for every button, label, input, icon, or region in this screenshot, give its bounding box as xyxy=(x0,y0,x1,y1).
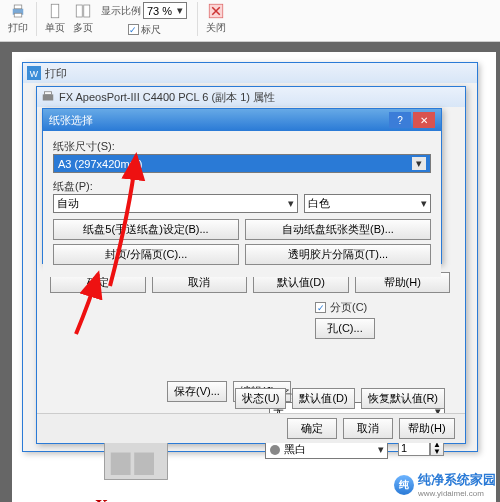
tray-value: 自动 xyxy=(57,196,79,211)
watermark-logo-icon: 纯 xyxy=(394,475,414,495)
paper-size-label: 纸张尺寸(S): xyxy=(53,139,425,154)
options-panel: ✓ 分页(C) 孔(C)... xyxy=(315,297,445,342)
single-page-icon xyxy=(46,2,64,20)
svg-point-11 xyxy=(270,445,280,455)
restore-defaults-button[interactable]: 恢复默认值(R) xyxy=(361,388,445,409)
print-label: 打印 xyxy=(8,21,28,35)
color-icon xyxy=(269,444,281,456)
svg-rect-10 xyxy=(45,92,52,95)
tray-color-value: 白色 xyxy=(308,196,330,211)
close-titlebar-button[interactable]: ✕ xyxy=(413,112,435,128)
properties-titlebar[interactable]: FX ApeosPort-III C4400 PCL 6 (副本 1) 属性 xyxy=(37,87,465,107)
zoom-label: 显示比例 xyxy=(101,4,141,18)
multi-page-button[interactable]: 多页 xyxy=(69,2,97,35)
properties-dialog-buttons: 确定 取消 帮助(H) xyxy=(37,413,465,443)
svg-rect-15 xyxy=(134,453,154,476)
tray-color-select[interactable]: 白色 ▾ xyxy=(304,194,431,213)
chevron-down-icon: ▾ xyxy=(412,157,426,170)
zoom-value: 73 % xyxy=(147,5,172,17)
status-button[interactable]: 状态(U) xyxy=(235,388,286,409)
chevron-down-icon: ▾ xyxy=(421,197,427,210)
close-icon xyxy=(207,2,225,20)
app-icon: W xyxy=(27,66,41,80)
close-preview-button[interactable]: 关闭 xyxy=(202,2,230,35)
watermark: 纯 纯净系统家园 www.yidaimei.com xyxy=(394,471,496,498)
svg-rect-5 xyxy=(84,5,90,17)
watermark-brand: 纯净系统家园 xyxy=(418,471,496,489)
paper-dialog-title: 纸张选择 xyxy=(49,113,93,128)
tray5-settings-button[interactable]: 纸盘5(手送纸盘)设定(B)... xyxy=(53,219,239,240)
svg-rect-2 xyxy=(14,13,22,17)
print-dialog-titlebar[interactable]: W 打印 xyxy=(23,63,477,83)
tray-select[interactable]: 自动 ▾ xyxy=(53,194,298,213)
collate-label: 分页(C) xyxy=(330,300,367,315)
cover-separator-button[interactable]: 封页/分隔页(C)... xyxy=(53,244,239,265)
multi-page-icon xyxy=(74,2,92,20)
printer-icon xyxy=(9,2,27,20)
tray-label: 纸盘(P): xyxy=(53,179,425,194)
chevron-down-icon: ▾ xyxy=(288,197,294,210)
svg-rect-14 xyxy=(111,453,131,476)
collate-checkbox[interactable]: ✓ xyxy=(315,302,326,313)
svg-rect-3 xyxy=(51,4,59,18)
paper-size-value: A3 (297x420mm) xyxy=(58,158,142,170)
properties-title: FX ApeosPort-III C4400 PCL 6 (副本 1) 属性 xyxy=(59,90,275,105)
svg-text:W: W xyxy=(30,69,39,79)
ribbon-toolbar: 打印 单页 多页 显示比例 73 % ▾ ✓ 标尺 关闭 xyxy=(0,0,500,42)
svg-rect-9 xyxy=(43,94,54,100)
printer-props-icon xyxy=(41,90,55,104)
help-titlebar-button[interactable]: ? xyxy=(389,112,411,128)
single-page-label: 单页 xyxy=(45,21,65,35)
paper-size-select[interactable]: A3 (297x420mm) ▾ xyxy=(53,154,431,173)
ruler-label: 标尺 xyxy=(141,23,161,37)
watermark-url: www.yidaimei.com xyxy=(418,489,496,498)
xerox-x-icon: X xyxy=(95,497,108,502)
ok-button[interactable]: 确定 xyxy=(287,418,337,439)
chevron-down-icon: ▾ xyxy=(378,443,384,456)
help-button[interactable]: 帮助(H) xyxy=(399,418,455,439)
svg-rect-4 xyxy=(76,5,82,17)
zoom-select[interactable]: 73 % ▾ xyxy=(143,2,187,19)
print-dialog-title: 打印 xyxy=(45,66,67,81)
single-page-button[interactable]: 单页 xyxy=(41,2,69,35)
svg-rect-1 xyxy=(14,5,22,9)
paper-selection-dialog: 纸张选择 ? ✕ 纸张尺寸(S): A3 (297x420mm) ▾ 纸盘(P)… xyxy=(42,108,442,264)
properties-action-row: 状态(U) 默认值(D) 恢复默认值(R) xyxy=(87,388,445,409)
cancel-button[interactable]: 取消 xyxy=(343,418,393,439)
color-value: 黑白 xyxy=(284,442,306,457)
xerox-logo: X FUJI XEROX xyxy=(95,497,158,502)
auto-tray-type-button[interactable]: 自动纸盘纸张类型(B)... xyxy=(245,219,431,240)
divider xyxy=(36,2,37,36)
close-label: 关闭 xyxy=(206,21,226,35)
ohp-separator-button[interactable]: 透明胶片分隔页(T)... xyxy=(245,244,431,265)
defaults-button[interactable]: 默认值(D) xyxy=(292,388,354,409)
print-button[interactable]: 打印 xyxy=(4,2,32,35)
chevron-down-icon: ▾ xyxy=(177,4,183,17)
multi-page-label: 多页 xyxy=(73,21,93,35)
paper-dialog-titlebar[interactable]: 纸张选择 ? ✕ xyxy=(43,109,441,131)
ruler-checkbox[interactable]: ✓ xyxy=(128,24,139,35)
punch-button[interactable]: 孔(C)... xyxy=(315,318,375,339)
divider xyxy=(197,2,198,36)
